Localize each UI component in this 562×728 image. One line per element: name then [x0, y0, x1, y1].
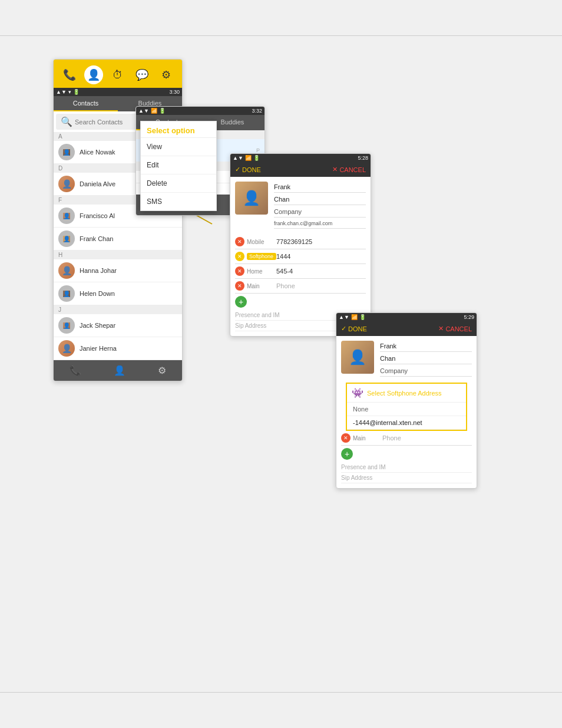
contact-name-francisco: Francisco Al: [80, 212, 115, 219]
remove-main-btn-4[interactable]: ✕: [341, 433, 351, 443]
battery-icon-3: 🔋: [253, 155, 260, 161]
section-h: H: [54, 251, 182, 259]
app-icon-bar: 📞 👤 ⏱ 💬 ⚙: [54, 60, 182, 88]
remove-main-btn[interactable]: ✕: [235, 281, 244, 291]
context-menu-sms[interactable]: SMS: [141, 193, 216, 210]
phone-label-mobile[interactable]: Mobile: [247, 239, 276, 245]
remove-mobile-btn[interactable]: ✕: [235, 237, 244, 246]
checkmark-icon: ✓: [235, 166, 240, 173]
remove-home-btn[interactable]: ✕: [235, 266, 244, 276]
x-icon-4: ✕: [438, 325, 444, 332]
dropdown-option-address[interactable]: -1444@internal.xten.net: [347, 416, 466, 430]
context-menu-delete[interactable]: Delete: [141, 174, 216, 193]
dropdown-option-none[interactable]: None: [347, 403, 466, 416]
x-icon: ✕: [332, 166, 338, 173]
chat-icon[interactable]: 💬: [133, 65, 151, 84]
context-menu-view[interactable]: View: [141, 138, 216, 156]
contact-edit-body-4: 👤 Frank Chan Company 👾 Select Softphone …: [336, 336, 477, 488]
phone-value-main: Phone: [276, 282, 366, 289]
phone-value-home: 545-4: [276, 268, 366, 275]
status-bar-2: ▲▼ 📶 🔋 3:32: [136, 107, 265, 115]
softphone-dropdown-header[interactable]: 👾 Select Softphone Address: [347, 384, 466, 403]
phone-label-softphone[interactable]: Softphone: [247, 253, 276, 260]
email-field[interactable]: frank.chan.c@gmail.com: [274, 219, 366, 229]
phone-label-main-4[interactable]: Main: [353, 435, 382, 442]
context-menu: Select option View Edit Delete SMS: [140, 121, 217, 211]
contact-photo-row: 👤 Frank Chan Company frank.chan.c@gmail.…: [235, 182, 366, 230]
contact-initial-m: P: [256, 147, 260, 153]
phone-row-main: ✕ Main Phone: [235, 279, 366, 294]
bottom-divider: [0, 692, 562, 693]
bottom-contact-icon[interactable]: 👤: [114, 365, 125, 376]
avatar-daniela: 👤: [58, 176, 75, 192]
phone-value-softphone: 1444: [276, 253, 366, 260]
presence-section-4: Presence and IM: [341, 462, 472, 473]
phone-label-main[interactable]: Main: [247, 283, 276, 289]
contact-photo-4[interactable]: 👤: [341, 341, 374, 374]
bottom-phone-icon[interactable]: 📞: [70, 365, 81, 376]
time-display-3: 5:28: [358, 155, 368, 161]
bottom-settings-icon[interactable]: ⚙: [158, 365, 166, 376]
settings-icon[interactable]: ⚙: [157, 65, 176, 84]
company-field-4[interactable]: Company: [380, 365, 472, 377]
contact-row-hanna[interactable]: 👤 Hanna Johar: [54, 259, 182, 282]
avatar-janier: 👤: [58, 340, 75, 357]
cancel-button-3[interactable]: ✕ CANCEL: [332, 166, 366, 173]
avatar-helen: 👤: [58, 285, 75, 302]
network-icon-2: ▲▼: [138, 108, 149, 114]
remove-softphone-btn[interactable]: ✕: [235, 252, 244, 261]
phone-value-mobile: 7782369125: [276, 238, 366, 245]
firstname-field[interactable]: Frank: [274, 182, 366, 193]
status-bar-1: ▲▼ ▾ 🔋 3:30: [54, 88, 182, 96]
time-display: 3:30: [169, 89, 180, 95]
phone-icon[interactable]: 📞: [60, 65, 79, 84]
cancel-button-4[interactable]: ✕ CANCEL: [438, 325, 472, 332]
status-bar-3: ▲▼ 📶 🔋 5:28: [230, 154, 371, 162]
status-bar-4: ▲▼ 📶 🔋 5:29: [336, 313, 477, 321]
contacts-icon[interactable]: 👤: [84, 65, 103, 84]
add-phone-btn-4[interactable]: +: [341, 448, 353, 460]
contact-row-helen[interactable]: 👤 Helen Down: [54, 282, 182, 305]
bottom-bar-1: 📞 👤 ⚙: [54, 360, 182, 381]
tab-contacts-1[interactable]: Contacts: [54, 96, 118, 111]
lastname-field[interactable]: Chan: [274, 194, 366, 205]
softphone-dropdown: 👾 Select Softphone Address None -1444@in…: [346, 383, 467, 431]
edit-fields: Frank Chan Company frank.chan.c@gmail.co…: [274, 182, 366, 230]
contact-photo[interactable]: 👤: [235, 182, 268, 215]
firstname-field-4[interactable]: Frank: [380, 341, 472, 352]
done-button-4[interactable]: ✓ DONE: [341, 325, 367, 332]
context-menu-edit[interactable]: Edit: [141, 156, 216, 174]
screen4-softphone: ▲▼ 📶 🔋 5:29 ✓ DONE ✕ CANCEL 👤 Frank: [336, 312, 477, 489]
avatar-frank: 👤: [58, 230, 75, 247]
contact-name-janier: Janier Herna: [80, 345, 117, 352]
contact-row-jack[interactable]: 👤 Jack Shepar: [54, 314, 182, 337]
contact-name-daniela: Daniela Alve: [80, 180, 115, 187]
phone-label-home[interactable]: Home: [247, 268, 276, 275]
edit-fields-4: Frank Chan Company: [380, 341, 472, 378]
contact-name-frank: Frank Chan: [80, 235, 113, 242]
network-icon: ▲▼: [56, 89, 67, 95]
avatar-jack: 👤: [58, 317, 75, 334]
phone-row-mobile: ✕ Mobile 7782369125: [235, 235, 366, 249]
contact-row-janier[interactable]: 👤 Janier Herna: [54, 337, 182, 360]
phone-row-home: ✕ Home 545-4: [235, 264, 366, 279]
signal-icon-2: 📶: [151, 108, 157, 114]
top-divider: [0, 35, 562, 36]
signal-icon-3: 📶: [245, 155, 252, 161]
edit-header-4: ✓ DONE ✕ CANCEL: [336, 321, 477, 336]
contact-row-frank[interactable]: 👤 Frank Chan: [54, 228, 182, 251]
company-field[interactable]: Company: [274, 206, 366, 218]
checkmark-icon-4: ✓: [341, 325, 346, 332]
avatar-alice: 👤: [58, 144, 75, 160]
add-phone-btn[interactable]: +: [235, 296, 247, 308]
lastname-field-4[interactable]: Chan: [380, 353, 472, 364]
battery-icon: 🔋: [73, 89, 80, 95]
signal-icon-4: 📶: [351, 314, 358, 320]
phone-row-softphone: ✕ Softphone 1444: [235, 249, 366, 264]
contact-name-jack: Jack Shepar: [80, 322, 115, 329]
screen3-edit-contact: ▲▼ 📶 🔋 5:28 ✓ DONE ✕ CANCEL 👤 Frank: [230, 153, 371, 337]
done-button-3[interactable]: ✓ DONE: [235, 166, 261, 173]
sip-section-4: Sip Address: [341, 473, 472, 483]
history-icon[interactable]: ⏱: [108, 65, 127, 84]
edit-header-3: ✓ DONE ✕ CANCEL: [230, 162, 371, 177]
